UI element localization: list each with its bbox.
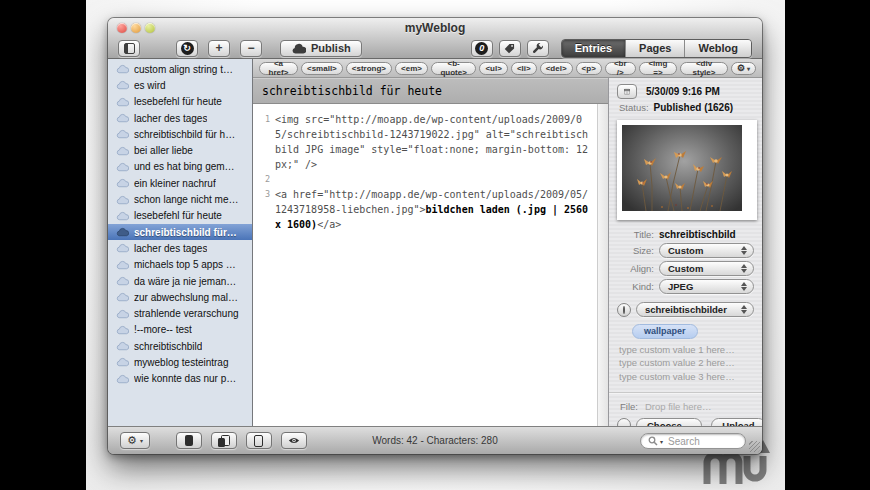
sidebar-entry[interactable]: schreibtischbild bbox=[108, 338, 252, 354]
category-popup-value: schreibtischbilder bbox=[645, 304, 727, 315]
sidebar-entry[interactable]: schreibtischbild für… bbox=[108, 224, 252, 240]
sidebar-entry[interactable]: und es hat bing gem… bbox=[108, 159, 252, 175]
cloud-icon bbox=[116, 162, 129, 172]
html-tag-button[interactable]: <a href> bbox=[259, 62, 298, 75]
divider bbox=[609, 392, 762, 393]
kind-popup[interactable]: JPEG bbox=[659, 279, 754, 294]
titlebar[interactable]: myWeblog bbox=[108, 18, 762, 38]
html-tag-button[interactable]: <small> bbox=[301, 62, 343, 75]
sidebar-entry[interactable]: schon lange nicht me… bbox=[108, 191, 252, 207]
cloud-icon bbox=[116, 292, 129, 302]
sidebar-entry[interactable]: schreibtischbild für h… bbox=[108, 126, 252, 142]
toggle-sidebar-button[interactable] bbox=[118, 40, 140, 57]
settings-button[interactable] bbox=[527, 40, 549, 57]
sidebar-entry[interactable]: !--more-- test bbox=[108, 322, 252, 338]
sidebar-entry[interactable]: lesebefehl für heute bbox=[108, 208, 252, 224]
html-tag-button[interactable]: <img => bbox=[639, 62, 677, 75]
sidebar-entry[interactable]: es wird bbox=[108, 77, 252, 93]
action-menu-button[interactable]: ⚙ ▾ bbox=[120, 432, 150, 449]
sidebar-entry[interactable]: bei aller liebe bbox=[108, 142, 252, 158]
upload-button[interactable]: Upload bbox=[711, 418, 762, 427]
html-tag-button[interactable]: <br /> bbox=[605, 62, 636, 75]
sidebar-entry[interactable]: ein kleiner nachruf bbox=[108, 175, 252, 191]
entry-title-label: ein kleiner nachruf bbox=[134, 178, 216, 189]
code-lines: 1<img src="http://moapp.de/wp-content/up… bbox=[253, 112, 597, 232]
cloud-icon bbox=[116, 80, 129, 90]
html-tag-button[interactable]: <del> bbox=[540, 62, 573, 75]
html-tag-button[interactable]: <em> bbox=[395, 62, 428, 75]
custom-tags-menu-button[interactable]: ⚙ ▾ bbox=[731, 62, 756, 75]
file-drop-zone[interactable]: Drop file here… bbox=[645, 401, 712, 412]
align-popup[interactable]: Custom bbox=[659, 261, 754, 276]
calendar-icon bbox=[624, 86, 630, 97]
add-entry-button[interactable]: + bbox=[208, 40, 230, 57]
search-field[interactable]: ▾ Search bbox=[640, 433, 746, 449]
line-number: 1 bbox=[253, 112, 275, 172]
empty-document-button[interactable] bbox=[246, 432, 272, 449]
editor-scrollbar[interactable] bbox=[597, 104, 608, 426]
code-text: <img src="http://moapp.de/wp-content/upl… bbox=[275, 112, 591, 172]
preview-button[interactable] bbox=[281, 432, 307, 449]
tab-pages[interactable]: Pages bbox=[625, 40, 684, 57]
custom-value-field[interactable]: type custom value 3 here… bbox=[619, 371, 754, 383]
resize-grip[interactable] bbox=[749, 441, 760, 452]
category-popup[interactable]: schreibtischbilder bbox=[636, 302, 754, 317]
sidebar-entry[interactable]: lacher des tages bbox=[108, 110, 252, 126]
entries-sidebar: custom align string t…es wirdlesebefehl … bbox=[108, 59, 253, 426]
html-tag-button[interactable]: <strong> bbox=[346, 62, 392, 75]
word-count: Words: 42 - Characters: 280 bbox=[372, 435, 497, 446]
sidebar-entry[interactable]: strahlende verarschung bbox=[108, 305, 252, 321]
html-tag-button[interactable]: <p> bbox=[576, 62, 602, 75]
entry-thumbnail[interactable] bbox=[617, 120, 757, 220]
html-tag-bar: <a href><small><strong><em><b-quote><ul>… bbox=[253, 59, 762, 78]
view-entry-button[interactable] bbox=[176, 432, 202, 449]
custom-value-field[interactable]: type custom value 1 here… bbox=[619, 344, 754, 356]
entry-title-label: strahlende verarschung bbox=[134, 308, 239, 319]
duplicate-entry-button[interactable] bbox=[211, 432, 237, 449]
code-line: 2 bbox=[253, 172, 597, 187]
file-action-button[interactable] bbox=[617, 418, 631, 426]
html-tag-button[interactable]: <div style> bbox=[680, 62, 728, 75]
refresh-button[interactable]: ↻ bbox=[176, 40, 198, 57]
media-title-value: schreibtischbild bbox=[659, 229, 736, 240]
popup-arrows-icon bbox=[741, 305, 747, 314]
status-label: Status: bbox=[619, 102, 649, 113]
reload-categories-button[interactable] bbox=[617, 303, 631, 317]
sidebar-entry[interactable]: myweblog testeintrag bbox=[108, 354, 252, 370]
size-popup-value: Custom bbox=[668, 245, 703, 256]
sidebar-entry[interactable]: lesebefehl für heute bbox=[108, 94, 252, 110]
tab-entries[interactable]: Entries bbox=[562, 40, 625, 57]
drafts-count-button[interactable]: 0 bbox=[471, 40, 493, 57]
remove-entry-button[interactable]: − bbox=[240, 40, 262, 57]
sidebar-entry[interactable]: da wäre ja nie jeman… bbox=[108, 273, 252, 289]
choose-file-button[interactable]: Choose… bbox=[636, 418, 702, 427]
custom-value-field[interactable]: type custom value 2 here… bbox=[619, 357, 754, 369]
filled-document-icon bbox=[185, 435, 193, 446]
sidebar-entry[interactable]: michaels top 5 apps … bbox=[108, 257, 252, 273]
publish-button[interactable]: Publish bbox=[280, 40, 362, 57]
sidebar-entry[interactable]: custom align string t… bbox=[108, 61, 252, 77]
eye-icon bbox=[288, 436, 300, 445]
chevron-down-icon: ▾ bbox=[660, 438, 663, 445]
sidebar-entry[interactable]: wie konnte das nur p… bbox=[108, 371, 252, 387]
date-picker-button[interactable] bbox=[617, 84, 637, 99]
html-tag-button[interactable]: <li> bbox=[511, 62, 537, 75]
tab-weblog[interactable]: Weblog bbox=[684, 40, 751, 57]
entry-title-label: custom align string t… bbox=[134, 64, 233, 75]
entry-title-field[interactable]: schreibtischbild für heute bbox=[253, 79, 608, 104]
cloud-icon bbox=[116, 276, 129, 286]
html-tag-button[interactable]: <ul> bbox=[479, 62, 507, 75]
entry-title-label: lesebefehl für heute bbox=[134, 210, 222, 221]
entry-title-label: lesebefehl für heute bbox=[134, 96, 222, 107]
tag-token[interactable]: wallpaper bbox=[632, 324, 698, 339]
entry-title-label: da wäre ja nie jeman… bbox=[134, 276, 236, 287]
view-switcher: Entries Pages Weblog bbox=[561, 39, 752, 58]
tags-button[interactable] bbox=[499, 40, 521, 57]
html-tag-button[interactable]: <b-quote> bbox=[431, 62, 477, 75]
sidebar-entry[interactable]: lacher des tages bbox=[108, 240, 252, 256]
code-editor[interactable]: 1<img src="http://moapp.de/wp-content/up… bbox=[253, 104, 597, 426]
cloud-icon bbox=[116, 325, 129, 335]
size-popup[interactable]: Custom bbox=[659, 243, 754, 258]
sidebar-entry[interactable]: zur abwechslung mal… bbox=[108, 289, 252, 305]
entry-title-label: schreibtischbild bbox=[134, 341, 202, 352]
